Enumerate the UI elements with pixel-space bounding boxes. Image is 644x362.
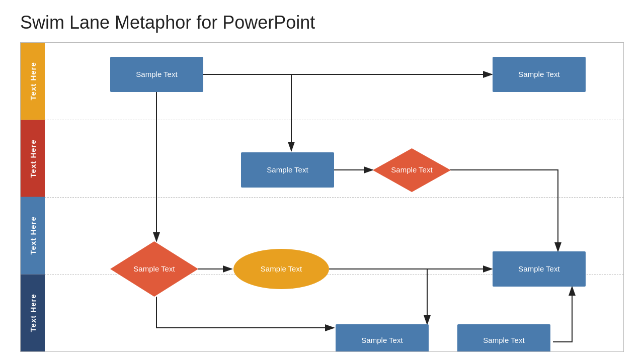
page-title: Swim Lane Metaphor for PowerPoint <box>20 12 624 33</box>
box-lane2-center: Sample Text <box>241 152 334 188</box>
box-lane4-left: Sample Text <box>336 324 429 352</box>
lane-row-2 <box>45 120 623 197</box>
lanes-sidebar: Text Here Text Here Text Here Text Here <box>21 43 45 351</box>
lane-label-4: Text Here <box>21 275 45 352</box>
ellipse-lane3: Sample Text <box>233 249 329 289</box>
lane-label-1: Text Here <box>21 43 45 120</box>
box-lane4-right: Sample Text <box>457 324 550 352</box>
lane-label-3: Text Here <box>21 197 45 275</box>
box-lane1-left: Sample Text <box>110 57 203 92</box>
lane-label-2: Text Here <box>21 120 45 198</box>
box-lane3-right: Sample Text <box>493 251 586 287</box>
box-lane1-right: Sample Text <box>493 57 586 92</box>
diamond-lane2: Sample Text <box>373 148 451 192</box>
diagram-container: Text Here Text Here Text Here Text Here <box>20 42 624 352</box>
diamond-lane3: Sample Text <box>110 241 198 297</box>
diagram-area: Sample Text Sample Text Sample Text Samp… <box>45 43 623 351</box>
